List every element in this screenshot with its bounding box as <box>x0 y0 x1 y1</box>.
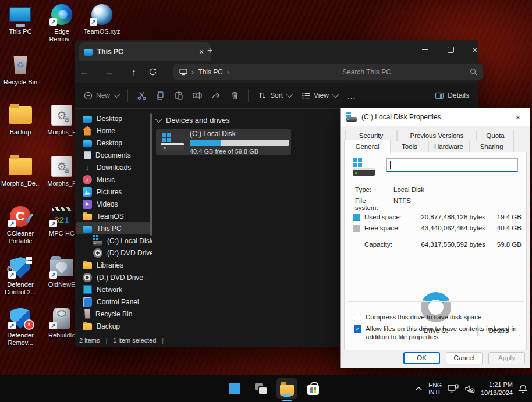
sidebar-item-documents[interactable]: Documents <box>75 149 152 161</box>
sidebar-item-recycle-bin[interactable]: Recycle Bin <box>75 308 152 320</box>
copy-button[interactable] <box>151 91 169 100</box>
sidebar-item-desktop-pinned[interactable]: Desktop <box>75 112 152 124</box>
sidebar-item-local-disk-c[interactable]: (C:) Local Disk <box>75 234 152 247</box>
sidebar-item-teamos[interactable]: TeamOS <box>75 210 152 222</box>
explorer-tab-strip: This PC × + × <box>75 40 478 61</box>
close-button[interactable]: × <box>462 40 488 59</box>
network-icon <box>83 285 92 294</box>
view-button[interactable]: View <box>297 88 342 103</box>
tab-hardware[interactable]: Hardware <box>428 141 469 152</box>
monitor-icon <box>83 116 92 123</box>
sidebar-item-backup[interactable]: Backup <box>75 320 152 332</box>
up-button[interactable]: ↑ <box>124 67 144 77</box>
refresh-button[interactable] <box>148 67 168 76</box>
dialog-close-button[interactable]: × <box>512 112 524 122</box>
minimize-button[interactable] <box>412 40 438 59</box>
compress-checkbox-row[interactable]: Compress this drive to save disk space <box>354 313 522 321</box>
back-button[interactable]: ← <box>75 67 94 77</box>
dialog-title: (C:) Local Disk Properties <box>361 113 441 121</box>
index-checkbox-row[interactable]: ✓ Allow files on this drive to have cont… <box>354 325 522 341</box>
breadcrumb-this-pc[interactable]: This PC <box>198 68 223 76</box>
paste-button[interactable] <box>170 91 187 100</box>
desktop-icon-ccleaner[interactable]: C↗ CCleaner Portable <box>1 205 40 245</box>
sidebar-item-network[interactable]: Network <box>75 283 152 296</box>
network-icon[interactable] <box>448 384 459 393</box>
used-space-swatch <box>353 214 360 221</box>
new-button[interactable]: New <box>79 88 123 104</box>
tab-general[interactable]: General <box>344 140 391 153</box>
index-checkbox[interactable]: ✓ <box>354 325 361 333</box>
free-space-row: Free space: 43,440,062,464 bytes 40.4 GB <box>353 225 522 232</box>
tab-sharing[interactable]: Sharing <box>469 141 514 152</box>
sidebar-item-dvd-drive-d[interactable]: (D:) DVD Drive <box>75 247 152 259</box>
sidebar-item-music[interactable]: ♪Music <box>75 173 152 186</box>
details-pane-toggle[interactable]: Details <box>430 88 474 103</box>
shortcut-arrow-icon: ↗ <box>49 220 57 227</box>
folder-icon <box>83 214 92 220</box>
desktop-icon-defender-control[interactable]: ⚙↗ Defender Control 2... <box>1 256 40 296</box>
share-button[interactable] <box>207 91 225 100</box>
this-pc-icon <box>83 226 92 233</box>
sidebar-item-home[interactable]: Home <box>75 124 152 137</box>
local-disk-icon <box>161 133 184 151</box>
desktop-icon-morphs-desktop[interactable]: Morph's_De... <box>1 155 40 187</box>
tab-quota[interactable]: Quota <box>477 130 514 141</box>
compress-checkbox[interactable] <box>354 314 361 321</box>
volume-label-input[interactable] <box>386 158 518 172</box>
sidebar-item-downloads[interactable]: ↓Downloads <box>75 161 152 173</box>
pictures-icon <box>83 187 92 197</box>
sidebar-item-dvd-drive[interactable]: (D:) DVD Drive - <box>75 271 152 283</box>
new-tab-button[interactable]: + <box>207 45 212 56</box>
more-options-button[interactable]: … <box>343 91 360 101</box>
tab-previous-versions[interactable]: Previous Versions <box>397 130 477 141</box>
desktop: This PC ↗ Edge Remov... ↗ TeamOS.xyz ♻ R… <box>0 0 532 402</box>
tray-chevron-up-icon[interactable] <box>415 386 423 391</box>
tab-close-icon[interactable]: × <box>197 47 206 56</box>
desktop-icon-backup[interactable]: Backup <box>1 104 40 136</box>
sidebar-item-control-panel[interactable]: Control Panel <box>75 296 152 308</box>
desktop-icon-recycle-bin[interactable]: ♻ Recycle Bin <box>1 54 40 86</box>
clock[interactable]: 1:21 PM 10/13/2024 <box>481 380 513 397</box>
desktop-icon-edge-removal[interactable]: ↗ Edge Remov... <box>42 3 81 43</box>
document-icon <box>84 151 91 159</box>
microsoft-store-button[interactable] <box>303 378 324 399</box>
sidebar-item-desktop[interactable]: Desktop <box>75 137 152 149</box>
explorer-tab-this-pc[interactable]: This PC × <box>79 42 211 61</box>
drive-c-tile[interactable]: (C:) Local Disk 40.4 GB free of 59.8 GB <box>156 129 291 155</box>
shortcut-arrow-icon: ↗ <box>90 18 97 26</box>
sidebar-scrollbar[interactable] <box>150 113 152 236</box>
tab-tools[interactable]: Tools <box>391 141 428 152</box>
cancel-button[interactable]: Cancel <box>446 352 483 364</box>
delete-button[interactable] <box>226 91 243 100</box>
free-space-swatch <box>353 225 360 232</box>
maximize-icon <box>448 47 454 53</box>
desktop-icon-teamos[interactable]: ↗ TeamOS.xyz <box>82 3 122 35</box>
address-bar[interactable]: › This PC › <box>173 64 342 80</box>
ok-button[interactable]: OK <box>403 352 440 364</box>
maximize-button[interactable] <box>438 40 463 59</box>
search-box[interactable]: Search This PC <box>336 64 483 80</box>
forward-button[interactable]: → <box>99 67 119 77</box>
navigation-pane: Desktop Home Desktop Documents ↓Download… <box>75 109 152 333</box>
sidebar-item-pictures[interactable]: Pictures <box>75 186 152 198</box>
task-view-button[interactable] <box>250 378 271 399</box>
type-value: Local Disk <box>393 186 424 193</box>
file-explorer-taskbar-button[interactable] <box>276 378 297 399</box>
folder-icon <box>9 106 32 124</box>
disc-icon <box>93 248 102 258</box>
cut-button[interactable] <box>133 91 150 101</box>
rename-button[interactable]: A <box>189 91 206 100</box>
notification-bell-icon[interactable] <box>519 384 527 393</box>
language-indicator[interactable]: ENG INTL <box>428 382 442 396</box>
sidebar-item-this-pc[interactable]: This PC <box>76 222 151 234</box>
sidebar-item-libraries[interactable]: Libraries <box>75 259 152 271</box>
sidebar-item-videos[interactable]: ▶Videos <box>75 198 152 210</box>
desktop-icon-this-pc[interactable]: This PC <box>1 3 40 35</box>
recycle-bin-icon <box>84 309 91 319</box>
drive-c-name: (C:) Local Disk <box>190 130 289 138</box>
start-button[interactable] <box>224 378 245 399</box>
desktop-icon-defender-remover[interactable]: ×↗ Defender Remov... <box>1 307 40 347</box>
sort-button[interactable]: Sort <box>253 88 296 103</box>
apply-button[interactable]: Apply <box>488 352 525 364</box>
volume-muted-icon[interactable] <box>464 385 475 393</box>
